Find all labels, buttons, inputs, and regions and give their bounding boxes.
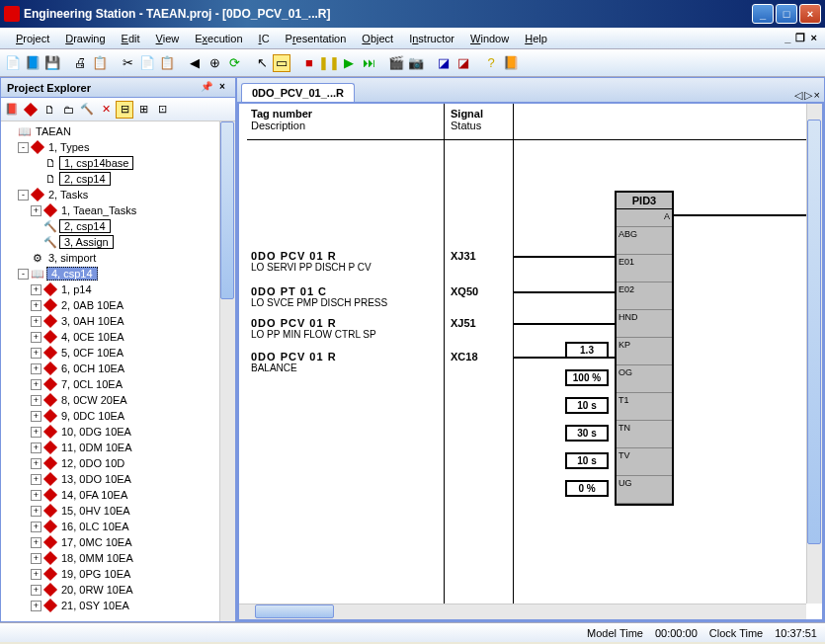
tree-item[interactable]: 14, 0FA 10EA — [59, 489, 129, 501]
tb-flag2-icon[interactable]: ◪ — [454, 54, 472, 72]
tb-snapshot-icon[interactable]: 📷 — [407, 54, 425, 72]
tree-expander[interactable]: + — [31, 332, 41, 343]
pid-value[interactable]: 100 % — [565, 369, 609, 386]
tree-item[interactable]: 4, 0CE 10EA — [59, 331, 126, 343]
tree-expander[interactable]: + — [31, 363, 41, 374]
tree-item[interactable]: 10, 0DG 10EA — [59, 426, 133, 438]
tree-expander[interactable]: - — [18, 269, 29, 280]
tree-expander[interactable]: + — [31, 348, 41, 359]
pid-value[interactable]: 10 s — [565, 397, 609, 414]
tree-item[interactable]: 1, csp14base — [59, 156, 133, 170]
tb-save-icon[interactable]: 💾 — [43, 54, 61, 72]
tree-expander[interactable]: + — [31, 443, 41, 453]
menu-edit[interactable]: Edit — [114, 31, 148, 46]
menu-drawing[interactable]: Drawing — [57, 31, 113, 46]
mdi-restore[interactable]: ❐ — [792, 32, 808, 44]
diagram-canvas[interactable]: Tag numberDescriptionSignalStatus0DO PCV… — [239, 104, 822, 619]
tree-expander[interactable]: + — [31, 205, 41, 216]
tb-back-icon[interactable]: ◀ — [186, 54, 204, 72]
menu-help[interactable]: Help — [517, 31, 555, 46]
tb-fwd-icon[interactable]: ⊕ — [206, 54, 223, 72]
tb-select-icon[interactable]: ▭ — [273, 54, 290, 72]
tree-item[interactable]: 16, 0LC 10EA — [59, 521, 131, 532]
tb-new-icon[interactable]: 📄 — [4, 54, 22, 72]
tree-item[interactable]: 2, csp14 — [59, 172, 111, 186]
menu-view[interactable]: View — [148, 31, 188, 46]
tree-expander[interactable]: + — [31, 411, 41, 422]
tree-item[interactable]: 20, 0RW 10EA — [59, 584, 135, 596]
tree-item[interactable]: 2, Tasks — [46, 189, 90, 201]
tree-expander[interactable]: + — [31, 474, 41, 485]
tree-expander[interactable]: + — [31, 522, 41, 532]
pe-folder-icon[interactable]: 🗀 — [59, 101, 77, 119]
tree-item[interactable]: 21, 0SY 10EA — [59, 600, 131, 611]
pe-tree2-icon[interactable]: ⊞ — [134, 101, 152, 119]
project-tree[interactable]: 📖TAEAN-1, Types🗋1, csp14base🗋2, csp14-2,… — [1, 121, 235, 621]
tree-item[interactable]: 11, 0DM 10EA — [59, 442, 134, 453]
tab-next-icon[interactable]: ▷ — [804, 89, 812, 102]
tab-prev-icon[interactable]: ◁ — [794, 89, 802, 102]
tb-copy-icon[interactable]: 📄 — [138, 54, 156, 72]
tree-expander[interactable]: + — [31, 585, 41, 596]
tree-scrollbar[interactable] — [219, 121, 235, 621]
menu-object[interactable]: Object — [354, 31, 401, 46]
tree-expander[interactable]: + — [31, 458, 41, 469]
mdi-minimize[interactable]: _ — [784, 32, 790, 44]
pe-book-icon[interactable]: 📕 — [3, 101, 21, 119]
pid-value[interactable]: 10 s — [565, 452, 609, 469]
tree-expander[interactable]: + — [31, 427, 41, 438]
tree-expander[interactable]: - — [18, 142, 29, 153]
tree-item[interactable]: 8, 0CW 20EA — [59, 394, 129, 406]
tree-expander[interactable]: + — [31, 601, 41, 611]
tb-help-icon[interactable]: ? — [482, 54, 500, 72]
tb-step-icon[interactable]: ⏭ — [360, 54, 377, 72]
panel-close-icon[interactable]: × — [215, 81, 229, 95]
tree-item[interactable]: 1, Taean_Tasks — [59, 204, 138, 216]
tree-item[interactable]: 5, 0CF 10EA — [59, 347, 125, 359]
pid-block[interactable]: PID3AABGE01E02HND1.3KP100 %OG10 sT130 sT… — [615, 191, 674, 506]
pe-diamond-icon[interactable] — [22, 101, 40, 119]
tree-item[interactable]: 1, Types — [46, 141, 91, 153]
tree-item[interactable]: 9, 0DC 10EA — [59, 410, 126, 422]
tb-cursor-icon[interactable]: ↖ — [253, 54, 271, 72]
tb-camera-icon[interactable]: 🎬 — [387, 54, 405, 72]
tree-item[interactable]: 13, 0DO 10EA — [59, 473, 133, 485]
pid-value[interactable]: 1.3 — [565, 342, 609, 359]
tb-print-icon[interactable]: 🖨 — [71, 54, 89, 72]
tree-expander[interactable]: - — [18, 190, 29, 201]
pe-tree1-icon[interactable]: ⊟ — [116, 101, 133, 119]
tree-expander[interactable]: + — [31, 553, 41, 564]
menu-project[interactable]: Project — [8, 31, 57, 46]
pe-delete-icon[interactable]: ✕ — [97, 101, 115, 119]
tree-expander[interactable]: + — [31, 284, 41, 295]
tree-item[interactable]: 1, p14 — [59, 283, 94, 295]
close-button[interactable]: × — [799, 4, 821, 24]
tb-cut-icon[interactable]: ✂ — [119, 54, 136, 72]
tree-item[interactable]: 2, 0AB 10EA — [59, 299, 125, 311]
doc-hscrollbar[interactable] — [239, 604, 806, 619]
tb-paste-icon[interactable]: 📋 — [158, 54, 176, 72]
minimize-button[interactable]: _ — [752, 4, 774, 24]
tree-expander[interactable]: + — [31, 569, 41, 580]
tree-item[interactable]: 4, csp14 — [46, 267, 98, 281]
pe-tree3-icon[interactable]: ⊡ — [153, 101, 171, 119]
tree-expander[interactable]: + — [31, 537, 41, 548]
tree-item[interactable]: 3, simport — [46, 252, 98, 264]
tree-item[interactable]: 19, 0PG 10EA — [59, 568, 132, 580]
menu-instructor[interactable]: Instructor — [401, 31, 462, 46]
pe-hammer-icon[interactable]: 🔨 — [78, 101, 96, 119]
tree-expander[interactable]: + — [31, 490, 41, 501]
tree-item[interactable]: 12, 0DO 10D — [59, 457, 126, 469]
tree-item[interactable]: 3, 0AH 10EA — [59, 315, 126, 327]
tb-flag1-icon[interactable]: ◪ — [435, 54, 453, 72]
pin-icon[interactable]: 📌 — [200, 81, 213, 95]
tree-expander[interactable]: + — [31, 395, 41, 406]
tb-preview-icon[interactable]: 📋 — [91, 54, 109, 72]
tb-pause-icon[interactable]: ❚❚ — [320, 54, 338, 72]
tree-expander[interactable]: + — [31, 300, 41, 311]
tab-close-icon[interactable]: × — [814, 89, 820, 102]
tree-item[interactable]: 18, 0MM 10EA — [59, 552, 135, 564]
menu-ic[interactable]: IC — [251, 31, 278, 46]
doc-vscrollbar[interactable] — [806, 104, 822, 604]
tb-stop-icon[interactable]: ■ — [300, 54, 318, 72]
